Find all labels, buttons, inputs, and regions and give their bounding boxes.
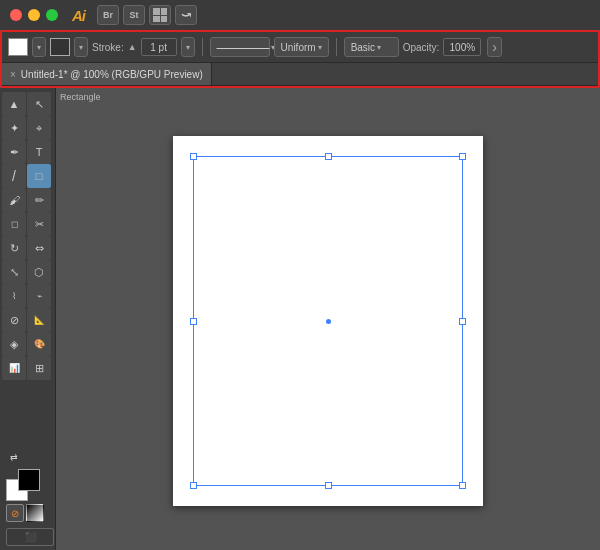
tool-row-5: 🖌 ✏ [2,188,53,212]
stroke-label: Stroke: [92,42,124,53]
tool-row-12: 📊 ⊞ [2,356,53,380]
opacity-label: Opacity: [403,42,440,53]
width-tool[interactable]: ⌁ [27,284,51,308]
app-name: Ai [72,7,85,24]
active-tool-label: Rectangle [60,92,101,102]
stroke-dropdown[interactable]: ▾ [74,37,88,57]
uniform-arrow: ▾ [318,43,322,52]
blend-tool[interactable]: ◈ [2,332,26,356]
lasso-tool[interactable]: ⌖ [27,116,51,140]
selection-box [193,156,463,486]
tool-row-3: ✒ T [2,140,53,164]
text-tool[interactable]: T [27,140,51,164]
close-button[interactable] [10,9,22,21]
stock-icon-box[interactable]: St [123,5,145,25]
tool-row-2: ✦ ⌖ [2,116,53,140]
tool-row-11: ◈ 🎨 [2,332,53,356]
more-arrow: › [492,39,497,55]
graph-tool[interactable]: 📊 [2,356,26,380]
more-dropdown[interactable]: › [487,37,502,57]
handle-bottom-mid[interactable] [325,482,332,489]
color-swatches-area: ⇄ ⊘ ⬛ [2,445,53,550]
handle-bottom-right[interactable] [459,482,466,489]
canvas-area[interactable]: Rectangle [56,88,600,550]
rotate-tool[interactable]: ↻ [2,236,26,260]
tab-close-icon[interactable]: × [10,69,16,80]
scissors-tool[interactable]: ✂ [27,212,51,236]
direct-select-tool[interactable]: ↖ [27,92,51,116]
traffic-lights [10,9,58,21]
uniform-label: Uniform [281,42,316,53]
arrow-icon-box[interactable]: ⤻ [175,5,197,25]
reflect-tool[interactable]: ⇔ [27,236,51,260]
minimize-button[interactable] [28,9,40,21]
center-point [326,319,331,324]
tool-row-9: ⌇ ⌁ [2,284,53,308]
basic-arrow: ▾ [377,43,381,52]
uniform-dropdown[interactable]: Uniform ▾ [274,37,329,57]
magic-wand-tool[interactable]: ✦ [2,116,26,140]
document-tab[interactable]: × Untitled-1* @ 100% (RGB/GPU Preview) [2,63,212,85]
swap-colors-btn[interactable]: ⇄ [6,449,22,465]
screen-mode-icon: ⬛ [25,532,36,542]
shear-tool[interactable]: ⬡ [27,260,51,284]
basic-label: Basic [351,42,375,53]
handle-top-left[interactable] [190,153,197,160]
eyedropper-tool[interactable]: ⊘ [2,308,26,332]
measure-tool[interactable]: 📐 [27,308,51,332]
titlebar: Ai Br St ⤻ [0,0,600,30]
tool-row-7: ↻ ⇔ [2,236,53,260]
stroke-swatch[interactable] [50,38,70,56]
mesh-tool[interactable]: ⊞ [27,356,51,380]
maximize-button[interactable] [46,9,58,21]
none-color-btn[interactable]: ⊘ [6,504,24,522]
eraser-tool[interactable]: ◻ [2,212,26,236]
scale-tool[interactable]: ⤡ [2,260,26,284]
swap-icons: ⇄ [6,449,49,465]
tool-section: ▲ ↖ ✦ ⌖ ✒ T / □ 🖌 ✏ [2,92,53,380]
handle-top-right[interactable] [459,153,466,160]
toolbar-wrapper: ▾ ▾ Stroke: ▲ ▾ ———— ▾ Uniform ▾ [0,30,600,88]
main-layout: ▲ ↖ ✦ ⌖ ✒ T / □ 🖌 ✏ [0,88,600,550]
handle-top-mid[interactable] [325,153,332,160]
line-tool[interactable]: / [2,164,26,188]
opacity-input[interactable] [443,38,481,56]
stroke-spinner[interactable]: ▲ [128,42,137,52]
fill-dropdown[interactable]: ▾ [32,37,46,57]
titlebar-icons: Br St ⤻ [97,5,197,25]
screen-mode-row: ⬛ [6,528,49,546]
options-bar: ▾ ▾ Stroke: ▲ ▾ ———— ▾ Uniform ▾ [2,32,598,62]
paintbrush-tool[interactable]: 🖌 [2,188,26,212]
grid-icon [153,8,167,22]
fill-swatch[interactable] [8,38,28,56]
warp-tool[interactable]: ⌇ [2,284,26,308]
stroke-dropdown-arrow: ▾ [79,43,83,52]
rectangle-tool[interactable]: □ [27,164,51,188]
pencil-tool[interactable]: ✏ [27,188,51,212]
separator-2 [336,38,337,56]
selection-overlay [173,136,483,506]
color-swatches[interactable] [6,469,40,501]
gradient-btn[interactable] [26,504,44,522]
separator-1 [202,38,203,56]
tool-row-8: ⤡ ⬡ [2,260,53,284]
grid-icon-box[interactable] [149,5,171,25]
pen-tool[interactable]: ✒ [2,140,26,164]
stroke-unit-arrow: ▾ [186,43,190,52]
artboard [173,136,483,506]
stroke-value-input[interactable] [141,38,177,56]
bridge-icon-box[interactable]: Br [97,5,119,25]
screen-mode-btn[interactable]: ⬛ [6,528,54,546]
fill-dropdown-arrow: ▾ [37,43,41,52]
basic-dropdown[interactable]: Basic ▾ [344,37,399,57]
selection-tool[interactable]: ▲ [2,92,26,116]
foreground-color-swatch[interactable] [18,469,40,491]
handle-mid-right[interactable] [459,318,466,325]
handle-bottom-left[interactable] [190,482,197,489]
live-paint-tool[interactable]: 🎨 [27,332,51,356]
tool-row-6: ◻ ✂ [2,212,53,236]
stroke-unit-dropdown[interactable]: ▾ [181,37,195,57]
stroke-line-dropdown[interactable]: ———— ▾ [210,37,270,57]
color-mode-row: ⊘ [6,504,49,522]
handle-mid-left[interactable] [190,318,197,325]
